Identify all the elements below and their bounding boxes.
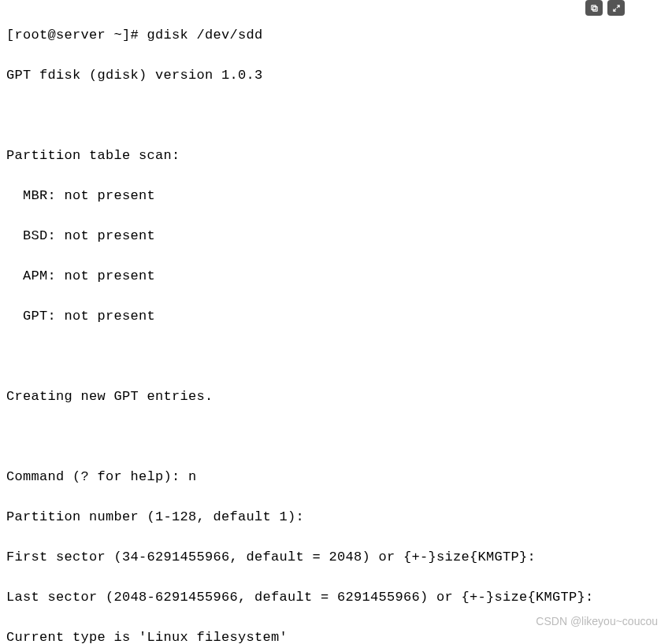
command-n-line: Command (? for help): n bbox=[6, 467, 666, 487]
partition-number: Partition number (1-128, default 1): bbox=[6, 507, 666, 527]
svg-rect-0 bbox=[592, 6, 597, 11]
blank-line bbox=[6, 346, 666, 367]
scan-apm: APM: not present bbox=[6, 266, 666, 287]
scan-header: Partition table scan: bbox=[6, 146, 666, 166]
create-entries: Creating new GPT entries. bbox=[6, 387, 666, 407]
blank-line bbox=[6, 427, 666, 447]
svg-rect-1 bbox=[591, 5, 596, 9]
watermark-text: CSDN @likeyou~coucou bbox=[536, 613, 658, 630]
version-line: GPT fdisk (gdisk) version 1.0.3 bbox=[6, 65, 666, 86]
first-sector: First sector (34-6291455966, default = 2… bbox=[6, 547, 666, 568]
expand-icon[interactable] bbox=[607, 0, 625, 16]
scan-bsd: BSD: not present bbox=[6, 226, 666, 246]
scan-mbr: MBR: not present bbox=[6, 186, 666, 206]
command-input: gdisk /dev/sdd bbox=[147, 28, 263, 43]
last-sector: Last sector (2048-6291455966, default = … bbox=[6, 587, 666, 608]
scan-gpt: GPT: not present bbox=[6, 306, 666, 327]
prompt-line: [root@server ~]# gdisk /dev/sdd bbox=[6, 25, 666, 46]
command-n: n bbox=[188, 469, 197, 484]
terminal-output: [root@server ~]# gdisk /dev/sdd GPT fdis… bbox=[6, 5, 666, 644]
blank-line bbox=[6, 105, 666, 126]
copy-icon[interactable] bbox=[585, 0, 603, 16]
command-prompt: Command (? for help): bbox=[6, 469, 188, 484]
shell-prompt: [root@server ~]# bbox=[6, 28, 147, 43]
header-icon-group bbox=[585, 0, 625, 16]
